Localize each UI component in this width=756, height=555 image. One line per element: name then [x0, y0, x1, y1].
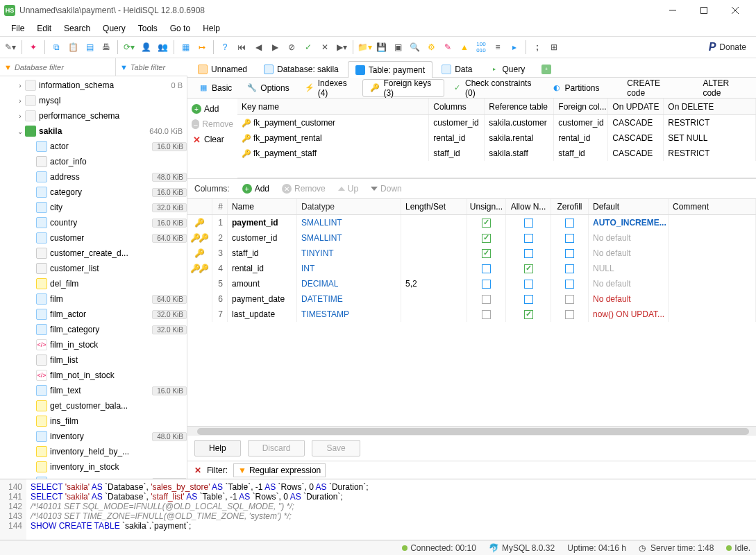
discard-button[interactable]: Discard	[248, 440, 305, 456]
tree-table-address[interactable]: address48.0 KiB	[0, 169, 187, 185]
toolbar-users-icon[interactable]: 👥	[155, 40, 170, 55]
menu-query[interactable]: Query	[97, 22, 131, 35]
col-header-length[interactable]: Length/Set	[401, 199, 467, 214]
toolbar-search-icon[interactable]: 🔍	[407, 40, 422, 55]
column-row[interactable]: 🔑🔑4rental_idINTNULL	[187, 261, 756, 276]
toolbar-play-icon[interactable]: ▶▾	[334, 40, 349, 55]
fk-header-reftable[interactable]: Reference table	[485, 99, 554, 114]
toolbar-slider-icon[interactable]: ≡	[490, 40, 505, 55]
menu-help[interactable]: Help	[197, 22, 226, 35]
column-remove-button[interactable]: ✕Remove	[282, 184, 326, 194]
fk-remove-button[interactable]: –Remove	[190, 118, 235, 130]
save-button[interactable]: Save	[312, 440, 360, 456]
toolbar-binary-icon[interactable]: 100010	[473, 40, 489, 55]
col-header-name[interactable]: Name	[228, 199, 297, 214]
col-header-datatype[interactable]: Datatype	[297, 199, 401, 214]
subtab-options[interactable]: 🔧Options	[240, 79, 296, 97]
close-button[interactable]	[719, 0, 750, 21]
column-row[interactable]: 🔑3staff_idTINYINTNo default	[187, 246, 756, 261]
regex-toggle[interactable]: ▼Regular expression	[233, 463, 326, 477]
toolbar-check-icon[interactable]: ✓	[301, 40, 316, 55]
subtab-createcode[interactable]: CREATE code	[608, 79, 682, 97]
toolbar-columns-icon[interactable]: ▤	[82, 40, 97, 55]
col-header-zerofill[interactable]: Zerofill	[551, 199, 589, 214]
fk-header-fcols[interactable]: Foreign col...	[554, 99, 608, 114]
subtab-checkconstraints[interactable]: ✓Check constraints (0)	[446, 79, 543, 97]
toolbar-refresh-icon[interactable]: ⟳▾	[121, 40, 137, 55]
subtab-altercode[interactable]: ALTER code	[684, 79, 752, 97]
toolbar-stop-icon[interactable]: ;	[530, 40, 545, 55]
donate-button[interactable]: P Donate	[709, 41, 753, 53]
toolbar-help-icon[interactable]: ?	[217, 40, 233, 55]
tree-table-customer_create_d...[interactable]: customer_create_d...	[0, 246, 187, 261]
toolbar-next-icon[interactable]: ▶	[267, 40, 283, 55]
menu-edit[interactable]: Edit	[31, 22, 57, 35]
column-row[interactable]: 🔑1payment_idSMALLINTAUTO_INCREME...	[187, 215, 756, 230]
toolbar-save-icon[interactable]: 💾	[373, 40, 389, 55]
tab-unnamed[interactable]: Unnamed	[190, 60, 255, 77]
column-row[interactable]: 7last_updateTIMESTAMPnow() ON UPDAT...	[187, 307, 756, 322]
col-header-num[interactable]: #	[212, 199, 228, 214]
toolbar-prev-icon[interactable]: ◀	[251, 40, 266, 55]
subtab-partitions[interactable]: ◐Partitions	[545, 79, 607, 97]
fk-clear-button[interactable]: ✕Clear	[190, 133, 235, 146]
tree-table-customer_list[interactable]: customer_list	[0, 261, 187, 276]
tab-databasesakila[interactable]: Database: sakila	[256, 60, 346, 77]
toolbar-x-icon[interactable]: ✕	[317, 40, 333, 55]
toolbar-cancel-icon[interactable]: ⊘	[284, 40, 299, 55]
fk-header-delete[interactable]: On DELETE	[664, 99, 756, 114]
tree-table-customer[interactable]: customer64.0 KiB	[0, 230, 187, 246]
col-header-default[interactable]: Default	[589, 199, 669, 214]
tree-table-film_list[interactable]: film_list	[0, 352, 187, 368]
subtab-indexes[interactable]: ⚡Indexes (4)	[298, 79, 362, 97]
minimize-button[interactable]	[657, 0, 688, 21]
col-header-comment[interactable]: Comment	[669, 199, 756, 214]
database-filter-input[interactable]	[15, 63, 111, 71]
toolbar-snippet-icon[interactable]: ▣	[390, 40, 405, 55]
sql-log[interactable]: 140141142143144 SELECT 'sakila' AS `Data…	[0, 479, 756, 540]
toolbar-replace-icon[interactable]: ⚙	[423, 40, 439, 55]
tree-table-film_actor[interactable]: film_actor32.0 KiB	[0, 307, 187, 322]
subtab-basic[interactable]: ▦Basic	[192, 79, 239, 97]
menu-search[interactable]: Search	[58, 22, 96, 35]
tree-db-mysql[interactable]: ›mysql	[0, 93, 187, 108]
toolbar-format-icon[interactable]: ✎	[440, 40, 455, 55]
toolbar-print-icon[interactable]: 🖶	[99, 40, 114, 55]
tab-data[interactable]: Data	[434, 60, 480, 77]
fk-row[interactable]: 🔑fk_payment_customercustomer_idsakila.cu…	[237, 115, 756, 130]
toolbar-user-icon[interactable]: 👤	[138, 40, 153, 55]
tab-tablepayment[interactable]: Table: payment	[348, 61, 432, 78]
toolbar-first-icon[interactable]: ⏮	[234, 40, 249, 55]
tree-db-sakila[interactable]: ⌄sakila640.0 KiB	[0, 123, 187, 139]
menu-file[interactable]: File	[6, 22, 30, 35]
toolbar-paste-icon[interactable]: 📋	[65, 40, 81, 55]
tree-table-inventory[interactable]: inventory48.0 KiB	[0, 429, 187, 444]
tree-db-information_schema[interactable]: ›information_schema0 B	[0, 78, 187, 93]
toolbar-pen-icon[interactable]: ✎▾	[3, 40, 18, 55]
tree-table-ins_film[interactable]: ins_film	[0, 413, 187, 429]
column-row[interactable]: 5amountDECIMAL5,2No default	[187, 276, 756, 291]
tree-table-country[interactable]: country16.0 KiB	[0, 215, 187, 230]
toolbar-table-icon[interactable]: ▦	[178, 40, 193, 55]
tab-query[interactable]: ▸Query	[482, 60, 533, 77]
tree-table-film_in_stock[interactable]: </>film_in_stock	[0, 337, 187, 352]
database-filter[interactable]: ▼	[0, 58, 116, 76]
menu-tools[interactable]: Tools	[133, 22, 163, 35]
column-row[interactable]: 6payment_dateDATETIMENo default	[187, 291, 756, 307]
fk-row[interactable]: 🔑fk_payment_rentalrental_idsakila.rental…	[237, 130, 756, 146]
col-header-unsigned[interactable]: Unsign...	[467, 199, 506, 214]
object-tree[interactable]: ›information_schema0 B›mysql›performance…	[0, 76, 187, 479]
horizontal-scrollbar[interactable]	[187, 426, 756, 436]
tree-table-get_customer_bala...[interactable]: get_customer_bala...	[0, 398, 187, 413]
fk-header-name[interactable]: Key name	[237, 99, 429, 114]
toolbar-highlight-icon[interactable]: ▲	[457, 40, 472, 55]
tree-table-film_category[interactable]: film_category32.0 KiB	[0, 322, 187, 337]
column-down-button[interactable]: Down	[371, 184, 402, 194]
tree-table-actor_info[interactable]: actor_info	[0, 154, 187, 169]
toolbar-wand-icon[interactable]: ✦	[26, 40, 41, 55]
tab-add[interactable]: +	[534, 60, 559, 77]
help-button[interactable]: Help	[194, 440, 241, 456]
toolbar-run-icon[interactable]: ▸	[507, 40, 522, 55]
fk-header-columns[interactable]: Columns	[429, 99, 485, 114]
fk-row[interactable]: 🔑fk_payment_staffstaff_idsakila.staffsta…	[237, 146, 756, 161]
